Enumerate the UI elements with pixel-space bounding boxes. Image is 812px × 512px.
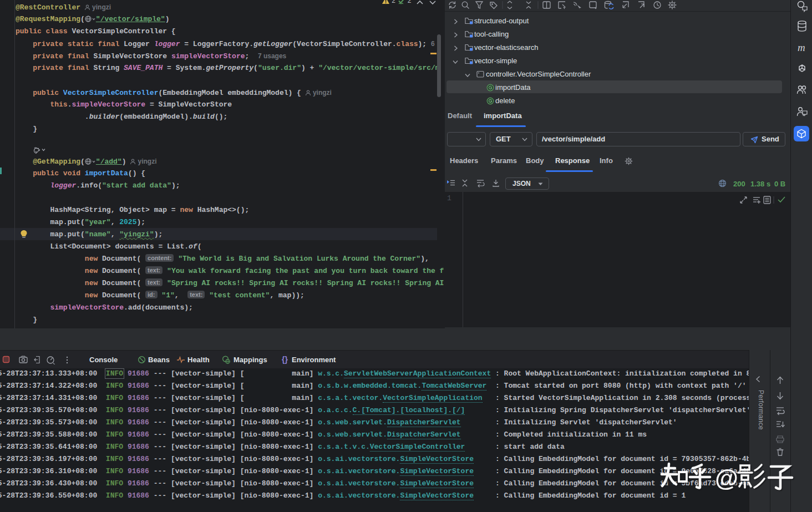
svg-text:@: @ bbox=[715, 465, 738, 491]
svg-text:m: m bbox=[798, 42, 805, 53]
